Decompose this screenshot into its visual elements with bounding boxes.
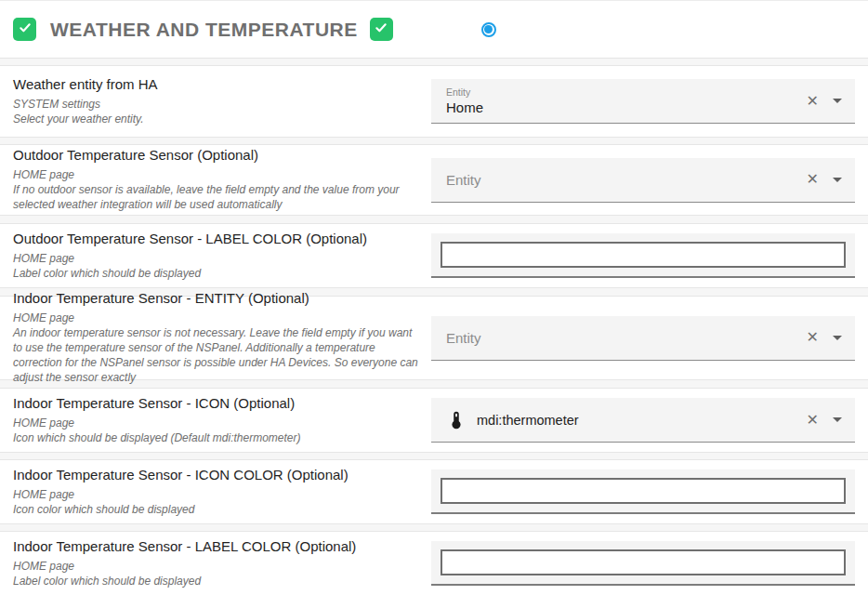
clear-icon[interactable]: ✕ <box>807 413 819 428</box>
section-secondary-checkbox[interactable] <box>370 18 393 41</box>
entity-select[interactable]: Entity ✕ <box>431 158 855 203</box>
setting-text: Indoor Temperature Sensor - ENTITY (Opti… <box>0 290 431 385</box>
setting-title: Indoor Temperature Sensor - ICON (Option… <box>13 395 422 411</box>
setting-text: Indoor Temperature Sensor - ICON COLOR (… <box>0 467 431 518</box>
setting-description: An indoor temperature sensor is not nece… <box>13 326 422 385</box>
setting-row-weather-entity: Weather entity from HA SYSTEM settings S… <box>0 65 868 138</box>
checkmark-icon <box>374 20 388 39</box>
setting-description: If no outdoor sensor is available, leave… <box>13 183 422 213</box>
setting-scope: SYSTEM settings <box>13 98 422 112</box>
chevron-down-icon[interactable] <box>833 178 842 182</box>
setting-description: Select your weather entity. <box>13 112 422 127</box>
setting-scope: HOME page <box>13 311 422 326</box>
select-floating-label: Entity <box>446 86 483 98</box>
label-color-input[interactable] <box>441 549 846 575</box>
setting-row-indoor-icon: Indoor Temperature Sensor - ICON (Option… <box>0 388 868 453</box>
select-value: Home <box>446 99 483 115</box>
setting-scope: HOME page <box>13 252 422 267</box>
chevron-down-icon[interactable] <box>833 417 842 422</box>
select-value: mdi:thermometer <box>477 413 579 428</box>
select-placeholder: Entity <box>446 330 481 346</box>
section-enabled-checkbox[interactable] <box>13 18 36 41</box>
setting-description: Icon color which should be displayed <box>13 503 422 518</box>
entity-select[interactable]: Entity ✕ <box>431 316 855 361</box>
setting-title: Outdoor Temperature Sensor (Optional) <box>13 147 422 163</box>
setting-description: Label color which should be displayed <box>13 267 422 282</box>
color-field-container <box>431 541 855 586</box>
setting-row-indoor-label-color: Indoor Temperature Sensor - LABEL COLOR … <box>0 531 868 595</box>
select-placeholder: Entity <box>446 172 481 188</box>
section-header: WEATHER AND TEMPERATURE <box>0 0 868 59</box>
setting-title: Indoor Temperature Sensor - LABEL COLOR … <box>13 538 422 554</box>
chevron-down-icon[interactable] <box>833 336 842 340</box>
entity-select[interactable]: Entity Home ✕ <box>431 79 855 124</box>
radio-dot-icon <box>484 25 493 33</box>
setting-text: Outdoor Temperature Sensor - LABEL COLOR… <box>0 231 431 282</box>
setting-title: Outdoor Temperature Sensor - LABEL COLOR… <box>13 231 422 246</box>
section-radio-button[interactable] <box>481 22 496 37</box>
setting-title: Weather entity from HA <box>13 76 422 92</box>
icon-select[interactable]: mdi:thermometer ✕ <box>431 398 855 443</box>
setting-text: Weather entity from HA SYSTEM settings S… <box>0 76 431 127</box>
setting-scope: HOME page <box>13 560 422 575</box>
setting-scope: HOME page <box>13 488 422 503</box>
setting-row-outdoor-label-color: Outdoor Temperature Sensor - LABEL COLOR… <box>0 223 868 288</box>
setting-row-indoor-icon-color: Indoor Temperature Sensor - ICON COLOR (… <box>0 459 868 524</box>
setting-title: Indoor Temperature Sensor - ENTITY (Opti… <box>13 290 422 306</box>
clear-icon[interactable]: ✕ <box>807 172 819 187</box>
setting-text: Indoor Temperature Sensor - LABEL COLOR … <box>0 538 431 589</box>
setting-scope: HOME page <box>13 168 422 183</box>
setting-text: Indoor Temperature Sensor - ICON (Option… <box>0 395 431 446</box>
clear-icon[interactable]: ✕ <box>807 330 819 345</box>
thermometer-icon <box>446 410 467 430</box>
setting-text: Outdoor Temperature Sensor (Optional) HO… <box>0 147 431 212</box>
clear-icon[interactable]: ✕ <box>807 94 819 109</box>
setting-description: Label color which should be displayed <box>13 575 422 589</box>
setting-row-indoor-entity: Indoor Temperature Sensor - ENTITY (Opti… <box>0 296 868 380</box>
setting-scope: HOME page <box>13 416 422 431</box>
color-field-container <box>431 469 855 514</box>
color-field-container <box>431 233 855 278</box>
label-color-input[interactable] <box>441 242 846 268</box>
checkmark-icon <box>18 20 33 39</box>
setting-row-outdoor-sensor: Outdoor Temperature Sensor (Optional) HO… <box>0 144 868 216</box>
chevron-down-icon[interactable] <box>833 99 842 103</box>
setting-description: Icon which should be displayed (Default … <box>13 431 422 446</box>
section-title: WEATHER AND TEMPERATURE <box>50 19 358 41</box>
icon-color-input[interactable] <box>441 478 846 504</box>
setting-title: Indoor Temperature Sensor - ICON COLOR (… <box>13 467 422 483</box>
